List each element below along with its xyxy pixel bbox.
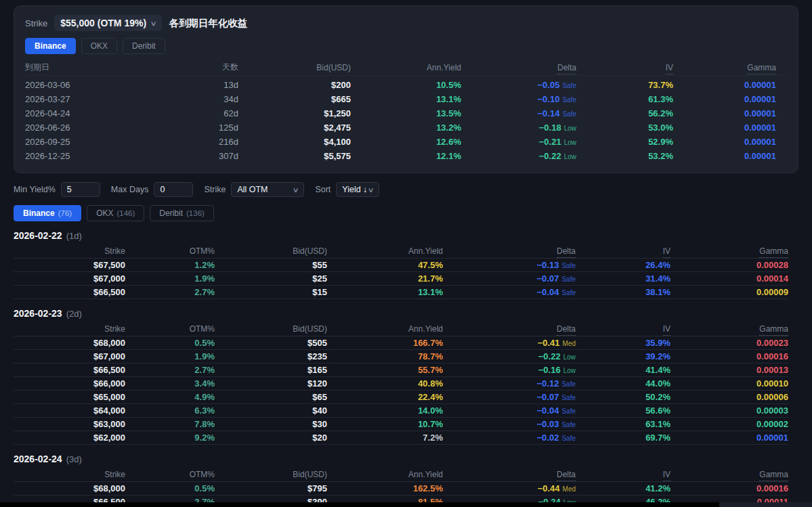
sort-select[interactable]: Yield ↓ ∨ [336, 182, 379, 197]
gamma-value: 0.00014 [670, 273, 788, 284]
strike-price: $66,500 [14, 287, 125, 297]
table-row[interactable]: $64,0006.3%$4014.0%−0.04Safe56.6%0.00003 [14, 404, 788, 418]
column-header-otm-: OTM% [125, 470, 215, 479]
column-header-ann-yield: Ann.Yield [327, 470, 443, 479]
column-header-label: Strike [104, 470, 125, 479]
column-header-gamma: Gamma [673, 63, 776, 72]
column-header--: 到期日 [25, 62, 164, 73]
table-row[interactable]: $67,0001.9%$23578.7%−0.22Low39.2%0.00016 [14, 350, 788, 363]
days-to-expiry: 216d [164, 137, 238, 147]
tab-label: OKX [91, 41, 108, 51]
gamma-value: 0.00001 [673, 108, 776, 118]
table-row[interactable]: 2026-03-0613d$20010.5%−0.05Safe73.7%0.00… [25, 78, 787, 92]
column-header-label: Ann.Yield [408, 246, 443, 256]
column-header-label: IV [663, 470, 670, 481]
panel-tab-deribit[interactable]: Deribit [123, 38, 165, 54]
section-date: 2026-02-24 [14, 454, 62, 464]
column-header-bid-usd-: Bid(USD) [238, 63, 351, 72]
iv-value: 41.4% [576, 365, 670, 375]
iv-value: 31.4% [576, 273, 670, 284]
panel-tab-okx[interactable]: OKX [81, 38, 117, 54]
table-row[interactable]: $66,5002.7%$1513.1%−0.04Safe38.1%0.00009 [14, 286, 788, 299]
exchange-tab-okx[interactable]: OKX(146) [87, 205, 144, 221]
column-header-label: Bid(USD) [293, 246, 327, 256]
column-header-label: Delta [557, 246, 576, 258]
delta-risk-tag: Low [564, 139, 576, 146]
ann-yield: 10.5% [351, 80, 461, 90]
table-row[interactable]: $68,0000.5%$505166.7%−0.41Med35.9%0.0002… [14, 336, 788, 350]
delta-cell: −0.07Safe [443, 273, 576, 284]
max-days-input[interactable] [154, 182, 193, 197]
section-date: 2026-02-23 [14, 308, 62, 319]
table-row[interactable]: $68,0000.5%$795162.5%−0.44Med41.2%0.0001… [14, 482, 788, 495]
table-row[interactable]: 2026-09-25216d$4,10012.6%−0.21Low52.9%0.… [25, 135, 787, 149]
section-heading: 2026-02-24(3d) [14, 454, 798, 464]
delta-value: −0.03 [537, 419, 559, 429]
column-header-bid-usd-: Bid(USD) [215, 246, 327, 256]
tab-label: Binance [23, 208, 55, 218]
iv-value: 56.6% [576, 405, 670, 416]
delta-risk-tag: Safe [561, 407, 576, 415]
column-header-label: IV [663, 324, 670, 336]
gamma-value: 0.00003 [670, 405, 788, 416]
column-header-label: IV [666, 63, 673, 74]
delta-risk-tag: Low [563, 353, 576, 361]
delta-risk-tag: Safe [561, 435, 576, 442]
bottom-bar [0, 502, 812, 507]
expiry-date: 2026-12-25 [25, 151, 164, 161]
table-row[interactable]: 2026-12-25307d$5,57512.1%−0.22Low53.2%0.… [25, 149, 787, 163]
table-row[interactable]: $65,0004.9%$6522.4%−0.07Safe50.2%0.00006 [14, 391, 788, 404]
delta-risk-tag: Low [563, 367, 576, 374]
otm-percent: 0.5% [125, 483, 215, 493]
delta-risk-tag: Safe [561, 262, 576, 269]
panel-table-header: 到期日天数Bid(USD)Ann.YieldDeltaIVGamma [25, 60, 787, 76]
table-row[interactable]: $67,0001.9%$2521.7%−0.07Safe31.4%0.00014 [14, 272, 788, 286]
strike-price: $67,000 [14, 351, 125, 361]
panel-exchange-tabs: BinanceOKXDeribit [25, 38, 787, 54]
column-header-delta: Delta [443, 470, 576, 479]
bid-usd: $4,100 [238, 137, 351, 147]
table-row[interactable]: $63,0007.8%$3010.7%−0.03Safe63.1%0.00002 [14, 418, 788, 431]
column-header-label: Delta [557, 470, 576, 481]
table-row[interactable]: $66,0003.4%$12040.8%−0.12Safe44.0%0.0001… [14, 377, 788, 391]
delta-risk-tag: Safe [562, 96, 576, 104]
ann-yield: 162.5% [327, 483, 443, 493]
strike-filter-select[interactable]: All OTM ∨ [231, 182, 304, 197]
table-row[interactable]: 2026-04-2462d$1,25013.5%−0.14Safe56.2%0.… [25, 106, 787, 120]
strike-filter-value: All OTM [237, 185, 268, 194]
column-header-label: Gamma [759, 246, 788, 258]
otm-percent: 7.8% [125, 419, 215, 429]
table-row[interactable]: 2026-06-26125d$2,47513.2%−0.18Low53.0%0.… [25, 120, 787, 135]
exchange-tab-deribit[interactable]: Deribit(136) [150, 205, 214, 221]
bid-usd: $30 [215, 419, 327, 429]
min-yield-label: Min Yield% [14, 185, 56, 194]
gamma-value: 0.00023 [670, 338, 788, 348]
otm-percent: 1.9% [125, 273, 215, 284]
bid-usd: $165 [215, 365, 327, 375]
exchange-tab-binance[interactable]: Binance(76) [14, 205, 81, 221]
panel-tab-binance[interactable]: Binance [25, 38, 76, 54]
strike-price: $66,000 [14, 378, 125, 389]
column-header-label: OTM% [190, 246, 215, 256]
column-header-label: Gamma [759, 324, 788, 336]
delta-value: −0.07 [537, 392, 559, 402]
tab-count: (76) [58, 209, 72, 217]
iv-value: 63.1% [576, 419, 670, 429]
table-row[interactable]: $62,0009.2%$207.2%−0.02Safe69.7%0.00001 [14, 431, 788, 445]
otm-percent: 6.3% [125, 405, 215, 416]
ann-yield: 12.6% [351, 137, 461, 147]
ann-yield: 10.7% [327, 419, 443, 429]
min-yield-input[interactable] [61, 182, 100, 197]
column-header-gamma: Gamma [670, 246, 788, 256]
table-row[interactable]: $66,5002.7%$16555.7%−0.16Low41.4%0.00013 [14, 363, 788, 377]
delta-value: −0.12 [537, 378, 559, 389]
strike-selector-dropdown[interactable]: $55,000 (OTM 19%) ∨ [54, 15, 162, 31]
column-header-delta: Delta [443, 246, 576, 256]
delta-cell: −0.10Safe [461, 94, 576, 104]
delta-cell: −0.02Safe [443, 433, 576, 443]
table-row[interactable]: 2026-03-2734d$66513.1%−0.10Safe61.3%0.00… [25, 92, 787, 106]
column-header-ann-yield: Ann.Yield [351, 63, 461, 72]
table-row[interactable]: $67,5001.2%$5547.5%−0.13Safe26.4%0.00028 [14, 259, 788, 272]
gamma-value: 0.00001 [670, 433, 788, 443]
strike-filter-label: Strike [204, 185, 226, 194]
